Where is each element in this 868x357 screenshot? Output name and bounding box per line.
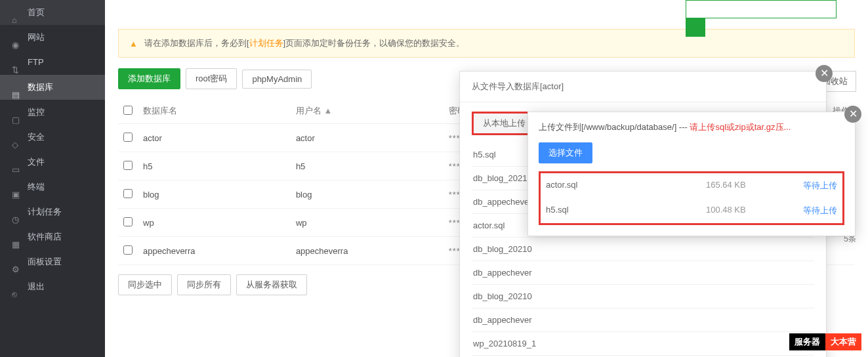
sidebar-item-files[interactable]: ▭文件 [0, 150, 105, 175]
folder-icon: ▭ [12, 158, 21, 167]
globe-icon: ◉ [12, 33, 21, 42]
logout-icon: ⎋ [12, 282, 21, 291]
sidebar-item-label: 终端 [28, 175, 45, 200]
shield-icon: ◇ [12, 133, 21, 142]
database-icon: ▤ [12, 83, 21, 92]
upload-queue: actor.sql165.64 KB等待上传h5.sql100.48 KB等待上… [539, 171, 844, 225]
file-size: 100.48 KB [706, 205, 785, 217]
row-checkbox[interactable] [123, 245, 133, 255]
sidebar: ⌂首页 ◉网站 ⇅FTP ▤数据库 ▢监控 ◇安全 ▭文件 ▣终端 ◷计划任务 … [0, 0, 105, 357]
import-modal-title: 从文件导入数据库[actor] [460, 72, 826, 102]
upload-queue-row: actor.sql165.64 KB等待上传 [541, 173, 842, 198]
sidebar-item-settings[interactable]: ⚙面板设置 [0, 249, 105, 274]
cell-user: wp [291, 209, 444, 237]
search-area [686, 0, 856, 20]
cell-user: appecheverra [291, 237, 444, 265]
upload-modal: ✕ 上传文件到[/www/backup/database/] --- 请上传sq… [527, 112, 856, 236]
cell-dbname: blog [138, 180, 291, 209]
file-name: h5.sql [546, 205, 699, 217]
cell-dbname: appecheverra [138, 237, 291, 265]
backup-file-item[interactable]: wp_20210819_1 [472, 332, 814, 356]
sidebar-item-cron[interactable]: ◷计划任务 [0, 200, 105, 224]
backup-file-item[interactable]: db_appechever [472, 308, 814, 332]
cell-dbname: wp [138, 209, 291, 237]
close-icon[interactable]: ✕ [816, 65, 833, 82]
th-dbname[interactable]: 数据库名 [138, 98, 291, 124]
watermark-badge: 服务器 大本营 [789, 333, 861, 350]
warning-banner: ▲ 请在添加数据库后，务必到[计划任务]页面添加定时备份任务，以确保您的数据安全… [118, 29, 855, 58]
phpmyadmin-button[interactable]: phpMyAdmin [242, 70, 312, 89]
file-status: 等待上传 [791, 205, 837, 217]
row-checkbox[interactable] [123, 189, 133, 198]
th-user[interactable]: 用户名 ▲ [291, 98, 444, 124]
badge-right: 大本营 [825, 333, 861, 350]
cell-dbname: actor [138, 124, 291, 152]
ftp-icon: ⇅ [12, 58, 21, 67]
sort-asc-icon: ▲ [324, 106, 333, 116]
select-file-button[interactable]: 选择文件 [539, 142, 592, 163]
sidebar-item-store[interactable]: ▦软件商店 [0, 224, 105, 249]
sidebar-item-label: 软件商店 [28, 224, 62, 249]
upload-hint: 请上传sql或zip或tar.gz压... [690, 122, 791, 132]
gear-icon: ⚙ [12, 257, 21, 266]
clock-icon: ◷ [12, 207, 21, 217]
search-button[interactable] [686, 18, 705, 37]
monitor-icon: ▢ [12, 108, 21, 117]
cell-user: blog [291, 180, 444, 209]
terminal-icon: ▣ [12, 182, 21, 192]
sidebar-item-logout[interactable]: ⎋退出 [0, 274, 105, 299]
sidebar-item-site[interactable]: ◉网站 [0, 25, 105, 50]
home-icon: ⌂ [12, 8, 21, 17]
row-checkbox[interactable] [123, 133, 133, 142]
backup-file-item[interactable]: db_blog_20210 [472, 285, 814, 308]
sync-selected-button[interactable]: 同步选中 [118, 274, 172, 295]
sidebar-item-ftp[interactable]: ⇅FTP [0, 50, 105, 75]
sync-all-button[interactable]: 同步所有 [177, 274, 231, 295]
sidebar-item-label: 首页 [28, 0, 45, 25]
sidebar-item-label: FTP [28, 50, 44, 75]
upload-modal-title: 上传文件到[/www/backup/database/] --- 请上传sql或… [528, 112, 855, 142]
root-password-button[interactable]: root密码 [186, 68, 237, 89]
sidebar-item-label: 数据库 [28, 75, 53, 100]
sidebar-item-database[interactable]: ▤数据库 [0, 75, 105, 100]
sidebar-item-security[interactable]: ◇安全 [0, 125, 105, 150]
fetch-from-server-button[interactable]: 从服务器获取 [236, 274, 307, 295]
warning-icon: ▲ [129, 39, 138, 49]
sidebar-item-terminal[interactable]: ▣终端 [0, 175, 105, 200]
select-all-checkbox[interactable] [123, 106, 133, 115]
warning-text: 请在添加数据库后，务必到[计划任务]页面添加定时备份任务，以确保您的数据安全。 [144, 37, 465, 49]
sidebar-item-label: 安全 [28, 125, 45, 150]
close-icon[interactable]: ✕ [844, 106, 861, 123]
warning-link[interactable]: 计划任务 [249, 38, 283, 48]
upload-queue-row: h5.sql100.48 KB等待上传 [541, 198, 842, 223]
sidebar-item-monitor[interactable]: ▢监控 [0, 100, 105, 125]
sidebar-item-label: 网站 [28, 25, 45, 50]
row-checkbox[interactable] [123, 217, 133, 226]
backup-file-item[interactable]: db_blog_20210 [472, 238, 814, 261]
apps-icon: ▦ [12, 232, 21, 242]
cell-dbname: h5 [138, 152, 291, 180]
cell-user: actor [291, 124, 444, 152]
file-size: 165.64 KB [706, 180, 785, 192]
sidebar-item-label: 文件 [28, 150, 45, 175]
file-name: actor.sql [546, 180, 699, 192]
search-input[interactable] [686, 0, 837, 18]
file-status: 等待上传 [791, 180, 837, 192]
add-database-button[interactable]: 添加数据库 [118, 68, 180, 89]
badge-left: 服务器 [789, 333, 825, 350]
sidebar-item-label: 计划任务 [28, 200, 62, 224]
backup-file-item[interactable]: db_appechever [472, 261, 814, 285]
sidebar-item-home[interactable]: ⌂首页 [0, 0, 105, 25]
sidebar-item-label: 退出 [28, 274, 45, 299]
cell-user: h5 [291, 152, 444, 180]
sidebar-item-label: 监控 [28, 100, 45, 125]
row-checkbox[interactable] [123, 161, 133, 170]
sidebar-item-label: 面板设置 [28, 249, 62, 274]
